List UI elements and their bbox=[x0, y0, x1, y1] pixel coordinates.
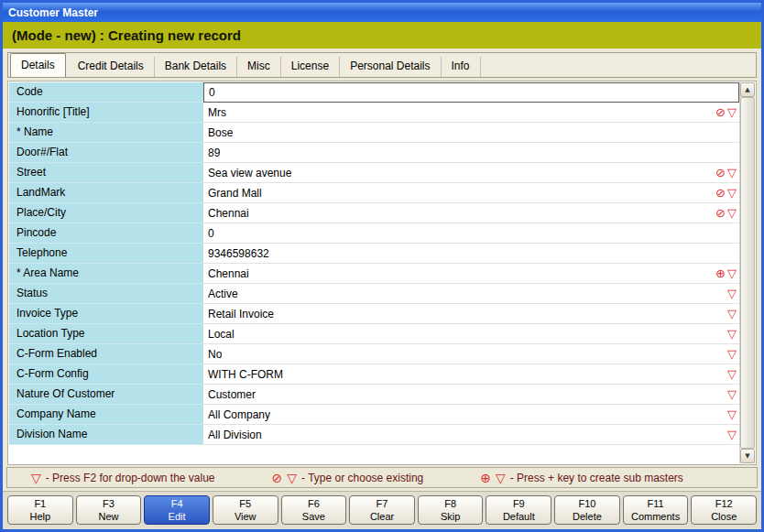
function-button[interactable]: F1 Help bbox=[7, 495, 73, 525]
function-button[interactable]: F4 Edit bbox=[144, 495, 210, 525]
field-input[interactable]: All Division ⊘ ⊕ ▽ bbox=[203, 425, 739, 445]
function-label: View bbox=[235, 510, 256, 523]
scrollbar-track[interactable] bbox=[740, 97, 755, 449]
function-label: Help bbox=[30, 510, 51, 523]
field-input[interactable]: Bose ⊘ ⊕ ▽ bbox=[203, 123, 739, 143]
function-button[interactable]: F9 Default bbox=[486, 495, 551, 525]
dropdown-icon[interactable]: ▽ bbox=[727, 388, 737, 400]
dropdown-icon[interactable]: ▽ bbox=[727, 187, 737, 199]
vertical-scrollbar[interactable]: ▲ ▼ bbox=[739, 82, 755, 463]
form-row: Location Type Local ⊘ ⊕ ▽ bbox=[9, 324, 739, 344]
field-input[interactable]: Local ⊘ ⊕ ▽ bbox=[203, 324, 739, 344]
function-key: F6 bbox=[308, 497, 320, 510]
form-row: Street Sea view avenue ⊘ ⊕ ▽ bbox=[9, 163, 739, 183]
title-bar[interactable]: Customer Master bbox=[3, 3, 761, 22]
dropdown-icon[interactable]: ▽ bbox=[727, 429, 737, 440]
field-value: 0 bbox=[209, 86, 215, 99]
tab-strip: Details Credit Details Bank Details Misc… bbox=[3, 49, 761, 80]
legend-text: - Press + key to create sub masters bbox=[510, 472, 683, 484]
field-icons: ⊘ ⊕ ▽ bbox=[715, 267, 737, 279]
field-label: Company Name bbox=[9, 405, 203, 425]
field-input[interactable]: No ⊘ ⊕ ▽ bbox=[203, 344, 739, 364]
field-label: LandMark bbox=[9, 183, 203, 203]
dropdown-icon[interactable]: ▽ bbox=[727, 308, 737, 320]
field-input[interactable]: Active ⊘ ⊕ ▽ bbox=[203, 284, 739, 304]
tab[interactable]: Credit Details bbox=[68, 57, 155, 77]
field-input[interactable]: Customer ⊘ ⊕ ▽ bbox=[203, 385, 739, 405]
field-input[interactable]: All Company ⊘ ⊕ ▽ bbox=[203, 405, 739, 425]
dropdown-icon[interactable]: ▽ bbox=[727, 106, 737, 118]
dropdown-icon[interactable]: ▽ bbox=[727, 167, 737, 179]
function-key: F11 bbox=[648, 497, 664, 510]
field-input[interactable]: 0 ⊘ ⊕ ▽ bbox=[203, 223, 739, 244]
legend-bar: ⊘ ⊕ ▽ - Press F2 for drop-down the value… bbox=[6, 467, 758, 488]
function-label: Comments bbox=[631, 510, 680, 523]
field-input[interactable]: Chennai ⊘ ⊕ ▽ bbox=[203, 264, 739, 284]
dropdown-icon[interactable]: ▽ bbox=[727, 288, 737, 299]
field-input[interactable]: WITH C-FORM ⊘ ⊕ ▽ bbox=[203, 364, 739, 385]
tab-label: License bbox=[291, 60, 329, 72]
form-row: Code 0 ⊘ ⊕ ▽ bbox=[9, 82, 739, 103]
dropdown-icon[interactable]: ▽ bbox=[727, 267, 737, 279]
field-icons: ⊘ ⊕ ▽ bbox=[727, 288, 737, 299]
dropdown-icon[interactable]: ▽ bbox=[727, 408, 737, 420]
function-button[interactable]: F5 View bbox=[213, 495, 278, 525]
tab[interactable]: License bbox=[281, 57, 340, 77]
function-button[interactable]: F8 Skip bbox=[418, 495, 484, 525]
field-value: WITH C-FORM bbox=[208, 368, 283, 381]
field-value: Chennai bbox=[208, 207, 249, 220]
field-input[interactable]: 89 ⊘ ⊕ ▽ bbox=[203, 143, 739, 163]
dropdown-icon[interactable]: ▽ bbox=[727, 348, 737, 360]
dropdown-icon[interactable]: ▽ bbox=[727, 368, 737, 380]
field-icons: ⊘ ⊕ ▽ bbox=[715, 167, 737, 179]
tab[interactable]: Personal Details bbox=[340, 57, 441, 77]
dropdown-icon: ▽ bbox=[496, 472, 506, 484]
scroll-down-button[interactable]: ▼ bbox=[740, 449, 755, 463]
function-key: F10 bbox=[578, 497, 595, 510]
field-label: * Name bbox=[9, 123, 203, 143]
function-key: F5 bbox=[239, 497, 251, 510]
field-label: Place/City bbox=[9, 203, 203, 223]
tab[interactable]: Misc bbox=[237, 57, 281, 77]
tab[interactable]: Info bbox=[442, 57, 481, 77]
field-icons: ⊘ ⊕ ▽ bbox=[727, 328, 737, 340]
scroll-up-button[interactable]: ▲ bbox=[740, 82, 755, 97]
function-button[interactable]: F11 Comments bbox=[623, 495, 689, 525]
function-label: Skip bbox=[441, 510, 460, 523]
dropdown-icon[interactable]: ▽ bbox=[727, 328, 737, 340]
field-input[interactable]: 0 ⊘ ⊕ ▽ bbox=[203, 82, 739, 103]
function-button[interactable]: F6 Save bbox=[281, 495, 347, 525]
function-button[interactable]: F10 Delete bbox=[554, 495, 620, 525]
field-icons: ⊘ ⊕ ▽ bbox=[727, 388, 737, 400]
form-row: Status Active ⊘ ⊕ ▽ bbox=[9, 284, 739, 304]
mode-banner: (Mode - new) : Creating new record bbox=[3, 22, 761, 49]
field-label: Nature Of Customer bbox=[9, 385, 203, 405]
field-value: Mrs bbox=[208, 106, 226, 119]
field-label: * Area Name bbox=[9, 264, 203, 284]
function-button[interactable]: F3 New bbox=[76, 495, 142, 525]
tab[interactable]: Bank Details bbox=[155, 57, 237, 77]
legend-item: ⊘ ⊕ ▽ - Press + key to create sub master… bbox=[480, 472, 683, 484]
field-icons: ⊘ ⊕ ▽ bbox=[727, 408, 737, 420]
function-button-bar: F1 Help F3 New F4 Edit F5 View F6 Save bbox=[3, 491, 761, 529]
form-row: Honorific [Title] Mrs ⊘ ⊕ ▽ bbox=[9, 103, 739, 123]
dropdown-icon[interactable]: ▽ bbox=[727, 207, 737, 219]
field-icons: ⊘ ⊕ ▽ bbox=[715, 106, 737, 118]
field-input[interactable]: Sea view avenue ⊘ ⊕ ▽ bbox=[203, 163, 739, 183]
function-button[interactable]: F7 Clear bbox=[349, 495, 415, 525]
form-row: Invoice Type Retail Invoice ⊘ ⊕ ▽ bbox=[9, 304, 739, 324]
field-input[interactable]: Mrs ⊘ ⊕ ▽ bbox=[203, 103, 739, 123]
form-row: Pincode 0 ⊘ ⊕ ▽ bbox=[9, 223, 739, 244]
mode-banner-text: (Mode - new) : Creating new record bbox=[12, 27, 241, 43]
function-label: Edit bbox=[169, 510, 186, 523]
field-input[interactable]: Grand Mall ⊘ ⊕ ▽ bbox=[203, 183, 739, 203]
form-row: Division Name All Division ⊘ ⊕ ▽ bbox=[9, 425, 739, 445]
scrollbar-thumb[interactable] bbox=[740, 97, 755, 449]
function-key: F7 bbox=[377, 497, 388, 510]
field-input[interactable]: 9346598632 ⊘ ⊕ ▽ bbox=[203, 244, 739, 264]
function-button[interactable]: F12 Close bbox=[691, 495, 757, 525]
field-input[interactable]: Retail Invoice ⊘ ⊕ ▽ bbox=[203, 304, 739, 324]
field-input[interactable]: Chennai ⊘ ⊕ ▽ bbox=[203, 203, 739, 223]
tab[interactable]: Details bbox=[10, 53, 66, 77]
field-value: Sea view avenue bbox=[208, 167, 291, 179]
